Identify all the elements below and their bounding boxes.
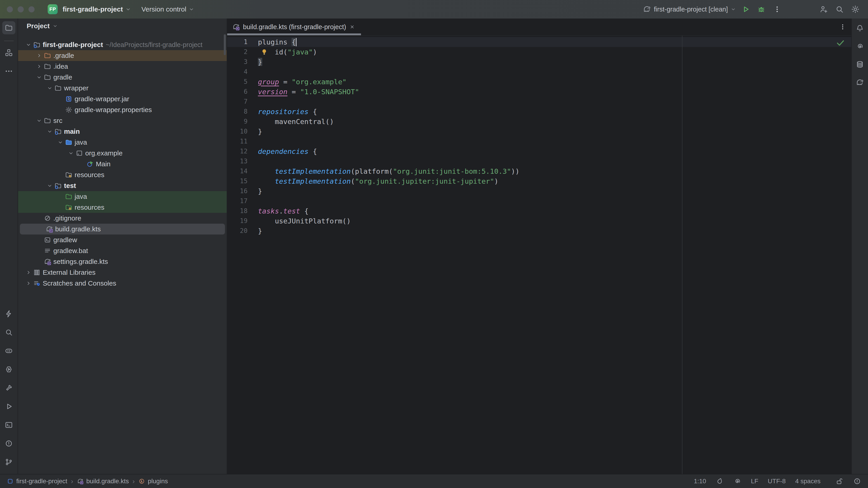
tool-stripe-database-button[interactable] [853, 58, 866, 71]
tree-item-scratches-and-consoles[interactable]: Scratches and Consoles [18, 278, 227, 289]
code-line-12[interactable]: dependencies { [227, 147, 851, 156]
tool-stripe-project-button[interactable] [2, 21, 16, 34]
tree-item-src[interactable]: src [18, 115, 227, 126]
tab-build-gradle-kts[interactable]: build.gradle.kts (first-gradle-project) [227, 19, 361, 35]
line-separator-widget[interactable]: LF [751, 478, 758, 485]
minimize-window-icon[interactable] [18, 6, 24, 12]
chevron-down-icon[interactable] [35, 118, 43, 124]
indent-widget[interactable]: 4 spaces [795, 478, 820, 485]
debug-button[interactable] [755, 3, 768, 15]
code-line-4[interactable] [227, 67, 851, 77]
search-everywhere-button[interactable] [833, 3, 846, 15]
tool-stripe-run-button[interactable] [2, 400, 16, 413]
tool-stripe-version-control-button[interactable] [2, 455, 16, 468]
tree-item--idea[interactable]: .idea [18, 61, 227, 72]
tree-item-main[interactable]: Main [18, 159, 227, 169]
chevron-down-icon[interactable] [66, 150, 75, 156]
tree-item-wrapper[interactable]: wrapper [18, 83, 227, 94]
code-line-14[interactable]: testImplementation(platform("org.junit:j… [227, 166, 851, 176]
tree-item-gradle[interactable]: gradle [18, 72, 227, 83]
close-window-icon[interactable] [7, 6, 13, 12]
tree-item-main[interactable]: main [18, 126, 227, 137]
tree-item-gradlew[interactable]: gradlew [18, 234, 227, 246]
run-button[interactable] [739, 3, 752, 15]
tree-item-first-gradle-project[interactable]: first-gradle-project~/IdeaProjects/first… [18, 39, 227, 50]
chevron-right-icon[interactable] [35, 64, 43, 69]
code-line-5[interactable]: group = "org.example" [227, 77, 851, 87]
tool-stripe-gradle-button[interactable] [853, 76, 866, 89]
code-line-10[interactable]: } [227, 127, 851, 136]
chevron-down-icon[interactable] [45, 183, 54, 189]
settings-button[interactable] [849, 3, 862, 15]
tool-stripe-notifications-button[interactable] [853, 22, 866, 35]
ai-assistant-icon[interactable] [733, 477, 741, 485]
tool-stripe-ai-assistant-button[interactable] [853, 40, 866, 53]
tab-options-button[interactable] [839, 19, 846, 35]
tool-stripe-more-tool-windows-button[interactable] [2, 65, 16, 78]
encoding-widget[interactable]: UTF-8 [768, 478, 786, 485]
tree-item-build-gradle-kts[interactable]: build.gradle.kts [20, 224, 225, 234]
code-with-me-button[interactable] [817, 3, 830, 15]
tree-item--gradle[interactable]: .gradle [18, 50, 227, 61]
tree-item-test[interactable]: test [18, 180, 227, 191]
maximize-window-icon[interactable] [29, 6, 35, 12]
run-configuration-selector[interactable]: first-gradle-project [clean] [643, 5, 736, 13]
intention-bulb-icon[interactable] [260, 48, 268, 56]
code-line-3[interactable]: } [227, 57, 851, 67]
code-editor[interactable]: 1234567891011121314151617181920 plugins … [227, 36, 851, 474]
project-panel-header[interactable]: Project [18, 19, 227, 33]
code-line-18[interactable]: tasks.test { [227, 206, 851, 216]
code-line-16[interactable]: } [227, 186, 851, 196]
tree-item-gradlew-bat[interactable]: gradlew.bat [18, 246, 227, 256]
tool-stripe-find-button[interactable] [2, 326, 16, 339]
tree-item-gradle-wrapper-jar[interactable]: gradle-wrapper.jar [18, 94, 227, 104]
inspections-ok-icon[interactable] [836, 38, 845, 47]
tool-stripe-structure-button[interactable] [2, 46, 16, 59]
problems-icon[interactable] [853, 477, 861, 485]
tool-stripe-services-button[interactable] [2, 363, 16, 376]
tree-scrollbar[interactable] [224, 34, 226, 55]
tree-item-java[interactable]: java [18, 137, 227, 148]
chevron-right-icon[interactable] [24, 269, 33, 275]
tree-item-gradle-wrapper-properties[interactable]: gradle-wrapper.properties [18, 104, 227, 115]
chevron-down-icon[interactable] [45, 85, 54, 91]
tree-item--gitignore[interactable]: .gitignore [18, 213, 227, 224]
chevron-right-icon[interactable] [35, 53, 43, 59]
tool-stripe-widgets-button[interactable] [2, 344, 16, 357]
breadcrumb-plugins[interactable]: plugins [138, 478, 168, 485]
tool-stripe-ai-actions-button[interactable] [2, 307, 16, 320]
tool-stripe-problems-button[interactable] [2, 437, 16, 450]
caret-position-widget[interactable]: 1:10 [694, 478, 706, 485]
code-line-7[interactable] [227, 97, 851, 107]
code-line-11[interactable] [227, 136, 851, 147]
chevron-right-icon[interactable] [24, 281, 33, 286]
tree-item-java[interactable]: java [18, 191, 227, 202]
tree-item-settings-gradle-kts[interactable]: settings.gradle.kts [18, 256, 227, 267]
breadcrumb-first-gradle-project[interactable]: first-gradle-project [7, 478, 67, 485]
chevron-down-icon[interactable] [24, 42, 33, 48]
tree-item-resources[interactable]: resources [18, 169, 227, 180]
chevron-down-icon[interactable] [56, 139, 65, 145]
tool-stripe-build-button[interactable] [2, 381, 16, 394]
code-line-15[interactable]: testImplementation("org.junit.jupiter:ju… [227, 176, 851, 186]
code-line-2[interactable]: id("java") [227, 47, 851, 57]
tree-item-resources[interactable]: resources [18, 202, 227, 213]
code-line-1[interactable]: plugins { [227, 37, 851, 47]
tool-stripe-terminal-button[interactable] [2, 418, 16, 431]
code-line-9[interactable]: mavenCentral() [227, 117, 851, 127]
breadcrumb-build-gradle-kts[interactable]: build.gradle.kts [77, 478, 129, 485]
chevron-down-icon[interactable] [45, 129, 54, 134]
close-tab-icon[interactable] [349, 24, 355, 30]
code-line-8[interactable]: repositories { [227, 107, 851, 117]
code-line-17[interactable] [227, 196, 851, 206]
drop-icon[interactable] [716, 477, 724, 485]
project-switcher[interactable]: first-gradle-project [63, 5, 131, 13]
code-line-13[interactable] [227, 156, 851, 166]
code-line-19[interactable]: useJUnitPlatform() [227, 216, 851, 226]
lock-open-icon[interactable] [835, 477, 844, 485]
version-control-menu[interactable]: Version control [142, 5, 194, 13]
tree-item-external-libraries[interactable]: External Libraries [18, 267, 227, 278]
chevron-down-icon[interactable] [35, 74, 43, 80]
code-line-6[interactable]: version = "1.0-SNAPSHOT" [227, 87, 851, 97]
more-run-actions-button[interactable] [771, 3, 783, 15]
